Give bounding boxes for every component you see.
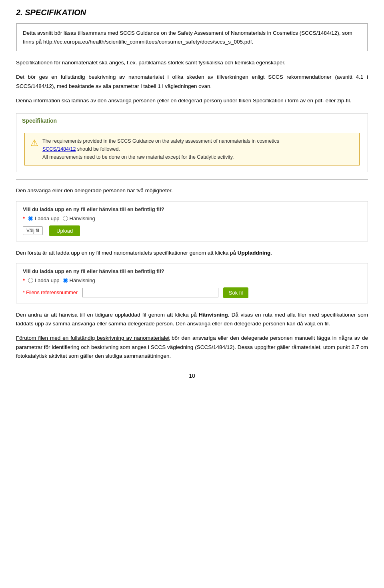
para7-underline: Förutom filen med en fullständig beskriv… <box>16 335 170 341</box>
upload-button-1[interactable]: Upload <box>49 225 80 236</box>
warning-icon: ⚠ <box>30 138 38 148</box>
radio-ladda-upp-text-2: Ladda upp <box>35 277 59 283</box>
radio-hanvisning-text-1: Hänvisning <box>70 215 95 221</box>
intro-text: Detta avsnitt bör läsas tillsammans med … <box>23 30 352 45</box>
specifikation-label: Specifikation <box>22 118 57 124</box>
reference-input-row: * Filens referensnummer Sök fil <box>23 287 361 298</box>
para6-bold: Hänvisning <box>199 312 228 318</box>
field-label: * Filens referensnummer <box>23 290 78 295</box>
specifikation-header: Specifikation <box>16 114 368 128</box>
specifikation-section-box: Specifikation ⚠ The requirements provide… <box>16 113 368 172</box>
radio-hanvisning-label-2[interactable]: Hänvisning <box>63 277 95 283</box>
paragraph-3: Denna information ska lämnas av den ansv… <box>16 96 368 105</box>
section-divider <box>16 179 368 180</box>
choose-file-row: Välj fil Upload <box>23 225 361 236</box>
radio-ladda-upp-text-1: Ladda upp <box>35 215 59 221</box>
required-star-1: * <box>23 215 25 221</box>
radio-hanvisning-2[interactable] <box>63 278 68 283</box>
warning-text3: All measurements need to be done on the … <box>42 154 234 160</box>
radio-hanvisning-1[interactable] <box>63 216 68 221</box>
upload-form1-options-row: * Ladda upp Hänvisning <box>23 215 361 221</box>
required-star-2: * <box>23 277 25 283</box>
upload-form1-question: Vill du ladda upp en ny fil eller hänvis… <box>23 206 361 212</box>
paragraph-6: Den andra är att hänvisa till en tidigar… <box>16 311 368 329</box>
warning-text: The requirements provided in the SCCS Gu… <box>42 137 279 161</box>
para5-part1: Den första är att ladda upp en ny fil me… <box>16 250 238 256</box>
para5-part2: . <box>270 250 272 256</box>
radio-hanvisning-label-1[interactable]: Hänvisning <box>63 215 95 221</box>
radio-ladda-upp-1[interactable] <box>28 216 33 221</box>
section-title: 2. SPECIFIKATION <box>16 8 368 17</box>
radio-hanvisning-text-2: Hänvisning <box>70 277 95 283</box>
warning-text2: should be followed. <box>76 146 120 152</box>
radio-ladda-upp-label-1[interactable]: Ladda upp <box>28 215 59 221</box>
page-number: 10 <box>16 373 368 379</box>
reference-number-input[interactable] <box>82 288 218 297</box>
search-file-button[interactable]: Sök fil <box>223 287 248 298</box>
paragraph-5: Den första är att ladda upp en ny fil me… <box>16 249 368 257</box>
radio-ladda-upp-label-2[interactable]: Ladda upp <box>28 277 59 283</box>
paragraph-1: Specifikationen för nanomaterialet ska a… <box>16 58 368 67</box>
paragraph-4: Den ansvariga eller den delegerade perso… <box>16 186 368 195</box>
upload-form-2: Vill du ladda upp en ny fil eller hänvis… <box>16 263 368 303</box>
paragraph-2: Det bör ges en fullständig beskrivning a… <box>16 73 368 91</box>
upload-form2-question: Vill du ladda upp en ny fil eller hänvis… <box>23 268 361 274</box>
paragraph-7: Förutom filen med en fullständig beskriv… <box>16 334 368 361</box>
intro-box: Detta avsnitt bör läsas tillsammans med … <box>16 24 368 51</box>
warning-box: ⚠ The requirements provided in the SCCS … <box>24 133 360 165</box>
warning-text1: The requirements provided in the SCCS Gu… <box>42 138 279 144</box>
para6-part1: Den andra är att hänvisa till en tidigar… <box>16 312 199 318</box>
para5-bold: Uppladdning <box>238 250 270 256</box>
upload-form-1: Vill du ladda upp en ny fil eller hänvis… <box>16 201 368 241</box>
upload-form2-options-row: * Ladda upp Hänvisning <box>23 277 361 283</box>
choose-file-button[interactable]: Välj fil <box>23 226 43 235</box>
warning-link[interactable]: SCCS/1484/12 <box>42 146 76 152</box>
radio-ladda-upp-2[interactable] <box>28 278 33 283</box>
